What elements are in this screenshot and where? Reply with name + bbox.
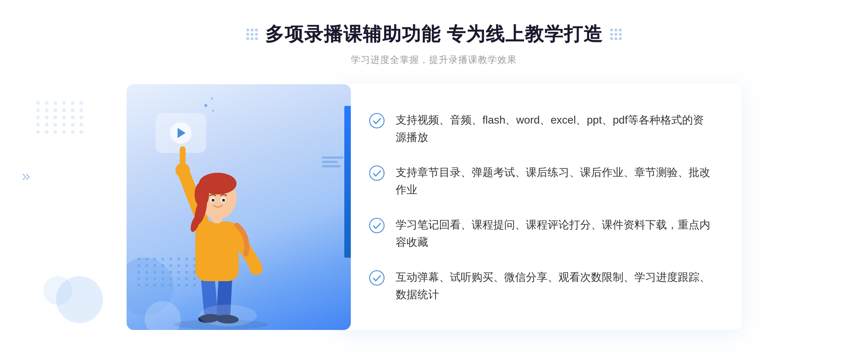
features-panel: 支持视频、音频、flash、word、excel、ppt、pdf等各种格式的资源… (340, 84, 741, 330)
check-icon-2 (369, 165, 385, 181)
svg-point-21 (199, 305, 257, 326)
feature-item-2: 支持章节目录、弹题考试、课后练习、课后作业、章节测验、批改作业 (369, 156, 712, 206)
dot-grid-right (610, 29, 622, 40)
page-container: » 多项录播课辅助功能 专为线上教学打造 学习进度全掌握，提升录播 (0, 0, 868, 352)
illustration-card (127, 84, 351, 330)
check-icon-4 (369, 270, 385, 286)
svg-point-24 (370, 218, 384, 233)
svg-point-23 (370, 166, 384, 180)
dot-grid-left (246, 29, 258, 40)
check-icon-3 (369, 218, 385, 233)
title-wrapper: 多项录播课辅助功能 专为线上教学打造 (246, 22, 622, 47)
header-section: 多项录播课辅助功能 专为线上教学打造 学习进度全掌握，提升录播课教学效果 (246, 22, 622, 66)
right-decorator (610, 29, 622, 40)
feature-text-3: 学习笔记回看、课程提问、课程评论打分、课件资料下载，重点内容收藏 (396, 216, 712, 251)
svg-point-10 (250, 262, 263, 275)
svg-point-25 (370, 271, 384, 285)
accent-bar (344, 106, 351, 258)
content-area: 支持视频、音频、flash、word、excel、ppt、pdf等各种格式的资源… (127, 84, 741, 330)
bg-dots-decoration (36, 101, 85, 134)
svg-point-22 (370, 113, 384, 128)
feature-text-2: 支持章节目录、弹题考试、课后练习、课后作业、章节测验、批改作业 (396, 164, 712, 198)
lines-decoration (322, 156, 344, 167)
character-illustration (148, 128, 307, 330)
feature-item-4: 互动弹幕、试听购买、微信分享、观看次数限制、学习进度跟踪、数据统计 (369, 261, 712, 310)
svg-point-19 (212, 199, 214, 202)
page-circle-decoration-2 (43, 276, 72, 305)
feature-text-4: 互动弹幕、试听购买、微信分享、观看次数限制、学习进度跟踪、数据统计 (396, 269, 712, 303)
left-decorator (246, 29, 258, 40)
check-icon-1 (369, 113, 385, 129)
feature-text-1: 支持视频、音频、flash、word、excel、ppt、pdf等各种格式的资源… (396, 111, 712, 146)
feature-item-1: 支持视频、音频、flash、word、excel、ppt、pdf等各种格式的资源… (369, 104, 712, 153)
chevrons-left-decoration: » (22, 167, 28, 185)
feature-item-3: 学习笔记回看、课程提问、课程评论打分、课件资料下载，重点内容收藏 (369, 209, 712, 258)
page-subtitle: 学习进度全掌握，提升录播课教学效果 (246, 53, 622, 66)
page-title: 多项录播课辅助功能 专为线上教学打造 (265, 22, 603, 47)
svg-point-20 (222, 199, 225, 202)
